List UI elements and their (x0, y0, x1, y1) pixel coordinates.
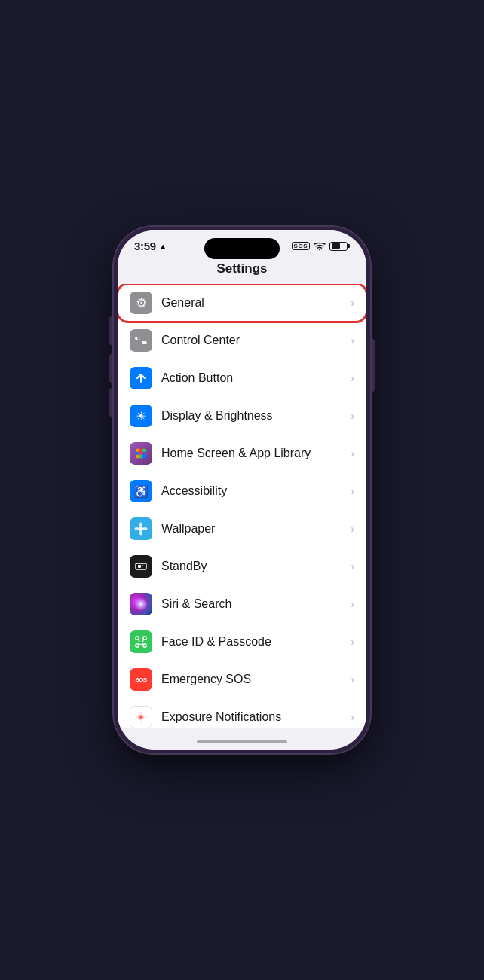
toggle-icon (134, 334, 148, 347)
sun-icon: ☀ (136, 409, 146, 423)
svg-point-14 (139, 523, 142, 527)
svg-point-2 (137, 337, 140, 340)
emergency-sos-chevron: › (351, 673, 354, 685)
wallpaper-label: Wallpaper (161, 522, 351, 536)
action-button-icon (130, 367, 152, 389)
svg-rect-20 (142, 565, 143, 566)
wallpaper-chevron: › (351, 523, 354, 535)
siri-icon (130, 593, 152, 615)
standby-label: StandBy (161, 560, 351, 573)
settings-row-action-button[interactable]: Action Button › (118, 359, 366, 397)
phone-screen: 3:59 ▲ SOS Settings (118, 230, 366, 750)
action-button-label: Action Button (161, 371, 351, 385)
phone-frame: 3:59 ▲ SOS Settings (113, 226, 371, 754)
main-section: ⚙ General › Control Cen (118, 284, 366, 728)
svg-rect-24 (143, 644, 146, 647)
status-icons: SOS (292, 242, 350, 251)
general-label: General (161, 296, 351, 310)
accessibility-symbol: ♿ (133, 484, 149, 499)
status-time: 3:59 (134, 240, 156, 252)
face-id-label: Face ID & Passcode (161, 635, 351, 649)
grid-icon (134, 447, 148, 460)
svg-point-32 (136, 716, 137, 718)
gear-icon: ⚙ (136, 295, 147, 311)
svg-point-17 (143, 527, 148, 530)
exposure-chevron: › (351, 711, 354, 723)
svg-point-29 (140, 716, 142, 718)
action-button-chevron: › (351, 372, 354, 384)
svg-point-16 (135, 527, 139, 530)
svg-point-33 (145, 716, 146, 718)
sos-badge: SOS (292, 242, 310, 250)
settings-row-home-screen[interactable]: Home Screen & App Library › (118, 435, 366, 472)
settings-row-exposure[interactable]: Exposure Notifications › (118, 698, 366, 728)
display-label: Display & Brightness (161, 409, 351, 423)
settings-row-standby[interactable]: StandBy › (118, 548, 366, 585)
control-center-icon (130, 329, 152, 352)
general-chevron: › (351, 297, 354, 309)
settings-list[interactable]: ⚙ General › Control Cen (118, 284, 366, 728)
siri-orb (134, 597, 148, 611)
settings-row-accessibility[interactable]: ♿ Accessibility › (118, 472, 366, 510)
accessibility-chevron: › (351, 485, 354, 497)
emergency-sos-icon: SOS (130, 668, 152, 691)
settings-row-siri[interactable]: Siri & Search › (118, 585, 366, 623)
svg-point-26 (142, 640, 144, 642)
exposure-symbol (134, 710, 148, 724)
svg-point-15 (139, 531, 142, 536)
face-id-chevron: › (351, 636, 354, 648)
settings-row-display[interactable]: ☀ Display & Brightness › (118, 397, 366, 435)
settings-row-general[interactable]: ⚙ General › (118, 284, 366, 322)
sos-text: SOS (135, 676, 146, 683)
control-center-label: Control Center (161, 334, 351, 347)
display-chevron: › (351, 410, 354, 422)
svg-rect-22 (143, 637, 146, 640)
control-center-chevron: › (351, 334, 354, 347)
svg-rect-23 (136, 644, 139, 647)
exposure-label: Exposure Notifications (161, 710, 351, 724)
battery-icon (329, 242, 350, 251)
face-id-icon (130, 630, 152, 653)
display-icon: ☀ (130, 405, 152, 427)
standby-icon (130, 555, 152, 578)
home-indicator (197, 740, 287, 743)
svg-rect-21 (136, 637, 139, 640)
standby-symbol (134, 560, 148, 573)
action-icon (134, 371, 148, 385)
settings-row-emergency-sos[interactable]: SOS Emergency SOS › (118, 661, 366, 698)
svg-point-12 (142, 455, 146, 459)
svg-point-30 (140, 712, 142, 713)
settings-row-face-id[interactable]: Face ID & Passcode › (118, 623, 366, 661)
flower-icon (134, 522, 148, 536)
accessibility-icon: ♿ (130, 480, 152, 502)
wifi-icon (314, 242, 326, 251)
exposure-icon (130, 706, 152, 728)
general-icon: ⚙ (130, 292, 152, 314)
accessibility-label: Accessibility (161, 484, 351, 498)
svg-point-31 (140, 721, 142, 722)
home-screen-chevron: › (351, 447, 354, 459)
home-screen-label: Home Screen & App Library (161, 447, 351, 460)
settings-row-control-center[interactable]: Control Center › (118, 322, 366, 359)
emergency-sos-label: Emergency SOS (161, 673, 351, 686)
svg-point-3 (142, 341, 146, 344)
standby-chevron: › (351, 560, 354, 572)
settings-row-wallpaper[interactable]: Wallpaper › (118, 510, 366, 548)
siri-chevron: › (351, 598, 354, 610)
svg-point-13 (139, 527, 143, 531)
page-title: Settings (118, 255, 366, 284)
svg-point-25 (139, 640, 140, 642)
wallpaper-icon (130, 517, 152, 540)
svg-rect-19 (138, 565, 141, 568)
location-icon: ▲ (159, 242, 167, 251)
dynamic-island (204, 238, 280, 259)
siri-label: Siri & Search (161, 597, 351, 611)
home-screen-icon (130, 442, 152, 465)
face-icon (134, 635, 148, 649)
